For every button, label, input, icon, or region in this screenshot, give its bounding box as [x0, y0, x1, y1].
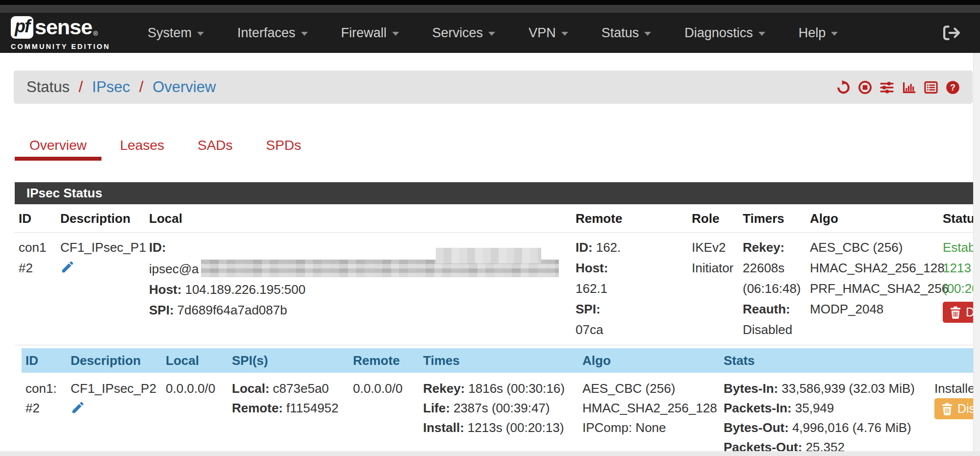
top-black-strip — [0, 0, 980, 5]
tab-overview[interactable]: Overview — [15, 134, 101, 161]
p1-id2: #2 — [19, 258, 52, 278]
cell-algo: AES_CBC (256) HMAC_SHA2_256_128 PRF_HMAC… — [806, 233, 939, 345]
algo-dh: MODP_2048 — [810, 299, 935, 319]
local-host-label: Host: — [149, 282, 181, 297]
p2-id: con1: — [25, 379, 63, 398]
tab-leases[interactable]: Leases — [105, 134, 179, 161]
pfsense-logo[interactable]: pf sense ® COMMUNITY EDITION — [11, 15, 110, 50]
local-id-label: ID: — [149, 240, 166, 255]
disconnect-label: Disconnect — [957, 402, 973, 416]
nav-item-status[interactable]: Status — [585, 13, 668, 53]
nav-item-system[interactable]: System — [131, 13, 221, 53]
nav-label: VPN — [528, 25, 556, 41]
sa-state: Installed — [934, 379, 973, 398]
page-bottom-strip — [0, 451, 980, 456]
nav-label: Interfaces — [237, 25, 296, 41]
cell-state: Installed — [930, 373, 973, 451]
life-value: 2387s (00:39:47) — [453, 401, 550, 415]
breadcrumb-link-overview[interactable]: Overview — [152, 78, 216, 96]
ipsec-status-panel: IPsec Status ID Description Local Remote… — [15, 182, 973, 451]
reauth-value: Disabled — [743, 319, 802, 340]
col-header-remote: Remote — [572, 204, 688, 232]
nav-label: Status — [602, 25, 639, 41]
col-header-description: Description — [56, 204, 145, 232]
tab-bar: Overview Leases SADs SPDs — [15, 134, 973, 161]
packets-out-value: 25,352 — [805, 440, 845, 451]
edit-icon[interactable] — [60, 260, 75, 274]
nav-item-help[interactable]: Help — [782, 13, 855, 53]
remote-host-label: Host: — [576, 261, 608, 275]
packets-out-label: Packets-Out: — [724, 440, 802, 451]
nav-label: Diagnostics — [684, 25, 753, 41]
refresh-icon[interactable] — [836, 80, 851, 95]
remote-spi-label: SPI: — [576, 302, 601, 316]
bytes-out-value: 4,996,016 (4.76 MiB) — [792, 420, 911, 435]
nav-item-firewall[interactable]: Firewall — [325, 13, 416, 53]
tab-sads[interactable]: SADs — [183, 134, 248, 161]
sign-out-icon[interactable] — [943, 24, 960, 41]
sliders-icon[interactable] — [879, 80, 894, 95]
edit-icon[interactable] — [71, 400, 85, 415]
cell-id: con1 #2 — [15, 233, 56, 345]
trash-icon — [950, 306, 961, 319]
disconnect-button[interactable]: Disconnect — [943, 302, 973, 323]
algo-prf: PRF_HMAC_SHA2_256 — [810, 278, 935, 299]
bar-chart-icon[interactable] — [902, 80, 916, 95]
algo-enc: AES_CBC (256) — [810, 237, 935, 258]
local-spi-value: 7d689f64a7ad087b — [177, 303, 287, 317]
stop-circle-icon[interactable] — [858, 80, 872, 95]
col-header-timers: Timers — [739, 204, 806, 232]
chevron-down-icon — [488, 32, 495, 36]
spi-remote-value: f1154952 — [286, 401, 339, 415]
chevron-down-icon — [644, 32, 651, 36]
nav-item-interfaces[interactable]: Interfaces — [221, 13, 325, 53]
nav-item-services[interactable]: Services — [416, 13, 512, 53]
breadcrumb-separator: / — [139, 78, 144, 96]
nav-item-vpn[interactable]: VPN — [512, 13, 585, 53]
chevron-down-icon — [561, 32, 568, 36]
cell-local: ID: ipsec@a Host:104.189.226.195:500 SPI… — [145, 233, 572, 345]
disconnect-p2-button[interactable]: Disconnect — [934, 398, 973, 419]
chevron-down-icon — [758, 32, 765, 36]
nav-item-diagnostics[interactable]: Diagnostics — [668, 13, 782, 53]
packets-in-label: Packets-In: — [724, 401, 792, 415]
chevron-down-icon — [392, 32, 399, 36]
ccol-header-times: Times — [419, 348, 578, 373]
status-time: (00:20:13) — [943, 278, 973, 299]
nav-label: Services — [432, 25, 483, 41]
p2-id2: #2 — [25, 398, 63, 418]
cell-algo: AES_CBC (256) HMAC_SHA2_256_128 IPComp: … — [578, 373, 720, 451]
col-header-algo: Algo — [806, 204, 939, 232]
rekey-label: Rekey: — [743, 240, 784, 255]
packets-in-value: 35,949 — [795, 401, 834, 415]
ccol-header-description: Description — [67, 348, 162, 373]
scrollbar-gutter[interactable] — [973, 53, 980, 451]
bytes-out-label: Bytes-Out: — [724, 420, 789, 435]
help-icon[interactable]: ? — [946, 80, 960, 95]
ccol-header-id: ID — [22, 348, 67, 373]
breadcrumb: Status / IPsec / Overview — [14, 71, 973, 104]
local-host-value: 104.189.226.195:500 — [185, 282, 305, 297]
chevron-down-icon — [831, 32, 838, 36]
top-gray-strip — [0, 5, 980, 13]
cell-timers: Rekey: 22608s (06:16:48) Reauth: Disable… — [739, 233, 806, 345]
spi-local-value: c873e5a0 — [273, 381, 329, 396]
tab-label: SPDs — [266, 138, 302, 153]
ccol-header-algo: Algo — [578, 348, 720, 373]
cell-spis: Local:c873e5a0 Remote:f1154952 — [228, 373, 349, 451]
pf-logo-box: pf — [11, 16, 33, 39]
breadcrumb-link-ipsec[interactable]: IPsec — [92, 78, 130, 96]
remote-id-value: 162. — [596, 240, 621, 255]
cell-remote: 0.0.0.0/0 — [349, 373, 419, 451]
ccol-header-stats: Stats — [720, 348, 930, 373]
logo-sense-text: sense — [35, 15, 92, 39]
nav-label: Firewall — [341, 25, 387, 41]
algo-integ: HMAC_SHA2_256_128 — [810, 258, 935, 278]
list-icon[interactable] — [924, 80, 938, 95]
tab-spds[interactable]: SPDs — [251, 134, 316, 161]
logo-wordmark: pf sense ® — [11, 15, 110, 39]
cell-status: Established 1213 seconds (00:20:13) — [939, 233, 973, 345]
trash-icon — [942, 403, 953, 415]
ccol-header-empty — [930, 348, 973, 373]
panel-title: IPsec Status — [15, 182, 973, 204]
